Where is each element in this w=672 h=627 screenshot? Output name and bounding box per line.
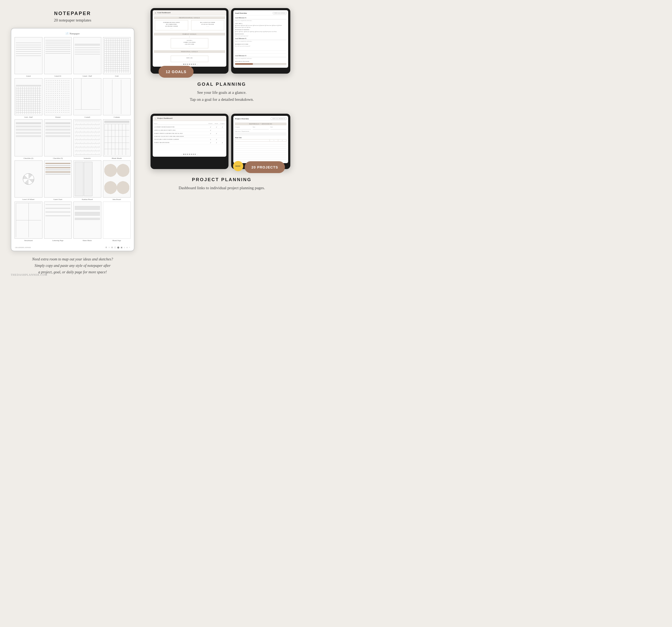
project-dash-title: Project Dashboard xyxy=(157,117,172,119)
thumb-lined-half xyxy=(73,37,101,74)
projects-badge: 20 PROJECTS xyxy=(245,161,285,173)
icon-settings: ⚙ xyxy=(105,246,107,248)
label-lined-half: Lined - Half xyxy=(82,75,92,77)
view-all-projects-btn[interactable]: VIEW ALL PROJECTS xyxy=(271,117,287,120)
progress-label: PROGRESS TRACKER xyxy=(235,61,287,62)
progress-bar-fill xyxy=(235,63,253,65)
right-column: ⊞ Goal Dashboard PROFESSIONAL GOALS FURT… xyxy=(150,8,293,202)
notepaper-item-sheet-music: Sheet Music xyxy=(73,201,101,242)
thumb-isometric xyxy=(73,119,101,156)
thumb-grid xyxy=(103,37,131,74)
proj-start: Start xyxy=(253,126,269,129)
radio-recreational: Recreational xyxy=(235,27,242,28)
radio-expertise: Help/Expertise from Others xyxy=(263,31,277,32)
goal-planning-section: ⊞ Goal Dashboard PROFESSIONAL GOALS FURT… xyxy=(150,8,293,103)
nav-dot-4 xyxy=(189,64,190,65)
progress-section: PROGRESS TRACKER xyxy=(235,61,287,66)
project-overview-title: Project Overview xyxy=(235,118,249,120)
desired-outcome-section: DESIRED OUTCOME How will success be meas… xyxy=(235,44,287,54)
notepaper-item-wheel: Level 10 Wheel xyxy=(15,161,43,200)
nav-dot-6 xyxy=(193,64,194,65)
motivation-question: Why is this goal important? xyxy=(235,35,287,37)
goal-dashboard-tablet: ⊞ Goal Dashboard PROFESSIONAL GOALS FURT… xyxy=(150,8,229,74)
notepaper-item-gantt: Gantt Chart xyxy=(44,161,72,200)
label-column: Column xyxy=(114,116,120,118)
notepaper-grid-row-5: Storyboard Lettering Page Sheet Music Bl… xyxy=(15,201,130,242)
proj-check-6-started: ✓ xyxy=(214,142,219,144)
label-blank: Blank Page xyxy=(112,239,121,242)
thumb-kanban xyxy=(73,161,101,197)
notepaper-grid-row-4: Level 10 Wheel Gantt Chart Kanban Board … xyxy=(15,161,130,200)
proj-check-6-planned: ✓ xyxy=(208,142,213,144)
goal-overview-content: Goal Overview VIEW ALL GOALS Goal Milest… xyxy=(233,10,288,68)
proj-objectives: Objectives / Requirements xyxy=(235,130,287,135)
goal-section-personal: PERSONAL GOALS xyxy=(154,50,225,53)
thumb-grid-half xyxy=(15,78,43,115)
notepaper-grid-row-2: Grid - Half Dotted Cornell Column xyxy=(15,78,130,118)
goal-section-professional: PROFESSIONAL GOALS xyxy=(154,17,225,19)
col-started: Started xyxy=(214,123,219,124)
goal-dash-title: Goal Dashboard xyxy=(157,11,170,14)
view-all-goals-btn[interactable]: VIEW ALL GOALS xyxy=(273,12,287,14)
motivation-label: MOTIVATION xyxy=(235,33,287,35)
goal-milestone-1: Goal Milestone #1 Steps to accomplish th… xyxy=(235,17,287,21)
goal-text-1: FURTHER MY EDUCATIONBY COMPLETINGAN ONLI… xyxy=(156,22,187,27)
life-area-options: Financial Mental Professional Emotional … xyxy=(235,25,287,28)
milestone-3-title: Goal Milestone #3 xyxy=(235,55,287,56)
label-idea-board: Idea Board xyxy=(113,198,121,200)
goal-planning-desc: See your life goals at a glance. Tap on … xyxy=(150,89,293,103)
thumb-blank-month xyxy=(103,119,131,156)
project-row-6: FAMILY RECIPE BOOK ✓ ✓ ✓ xyxy=(154,141,225,144)
col-project: Project xyxy=(154,123,207,124)
progress-bar-container xyxy=(235,63,287,65)
notepaper-item-storyboard: Storyboard xyxy=(15,201,43,242)
label-checklist2: Checklist (2) xyxy=(24,157,33,160)
materials-section-header: MATERIALS + RESOURCES xyxy=(235,123,287,125)
milestone-2-title: Goal Milestone #2 xyxy=(235,38,287,39)
radio-health: Health xyxy=(278,25,282,26)
thumb-lined2 xyxy=(44,37,72,74)
radio-energy: Energy xyxy=(250,31,255,32)
proj-nav-dot-1 xyxy=(183,154,185,155)
radio-physical: Physical xyxy=(272,25,277,26)
main-task-label: Main Task xyxy=(235,137,287,138)
proj-check-5-started: ✓ xyxy=(214,138,219,140)
label-kanban: Kanban Board xyxy=(82,198,93,200)
notepaper-item-lettering: Lettering Page xyxy=(44,201,72,242)
proj-check-1-started: ✓ xyxy=(214,126,219,128)
thumb-gantt xyxy=(44,161,72,197)
project-overview-header: Project Overview VIEW ALL PROJECTS xyxy=(235,117,287,121)
goal-milestone-3: Goal Milestone #3 Steps to accomplish th… xyxy=(235,55,287,59)
col-planned: Planned xyxy=(208,123,213,124)
project-dashboard-tablet: △ Project Dashboard Project Planned Star… xyxy=(150,114,229,169)
proj-nav-dot-3 xyxy=(187,154,188,155)
proj-name-3: FAMILY PHOTO ALBUMS FOR 2022 & 2023 xyxy=(154,133,207,134)
proj-check-1-complete: ✓ xyxy=(220,126,225,128)
proj-nav-dot-4 xyxy=(189,154,190,155)
goal-dash-header: ⊞ Goal Dashboard xyxy=(153,10,226,15)
proj-nav-dot-6 xyxy=(193,154,194,155)
project-dash-header: △ Project Dashboard xyxy=(153,116,226,121)
icon-text: A xyxy=(126,246,128,248)
notepaper-item-blank-month: Blank Month xyxy=(103,119,131,160)
notepaper-title: NOTEPAPER xyxy=(11,11,135,17)
notepaper-item-checklist2: Checklist (2) xyxy=(15,119,43,160)
notepaper-item-checklist5: Checklist (5) xyxy=(44,119,72,160)
project-dash-content: Project Planned Started Complete LAUNDRY… xyxy=(153,121,226,152)
nav-dot-2 xyxy=(185,64,186,65)
thumb-wheel xyxy=(15,161,43,197)
goal-overview-title: Goal Overview xyxy=(235,12,247,14)
goal-overview-tablet: Goal Overview VIEW ALL GOALS Goal Milest… xyxy=(231,8,290,74)
notepaper-item-kanban: Kanban Board xyxy=(73,161,101,200)
thumb-checklist2 xyxy=(15,119,43,156)
notepaper-item-grid: Grid xyxy=(103,37,131,77)
label-cornell: Cornell xyxy=(85,116,90,118)
nav-dot-7 xyxy=(195,64,196,65)
goal-card-2: BE A GUEST LECTURERAT LOCAL COLLEGE + + … xyxy=(191,20,224,30)
tablet-header: 📄 Notepaper xyxy=(15,32,130,35)
label-blank-month: Blank Month xyxy=(112,157,122,160)
motivation-section: MOTIVATION Why is this goal important? xyxy=(235,33,287,37)
label-grid-half: Grid - Half xyxy=(24,116,32,118)
desired-outcome-label: DESIRED OUTCOME xyxy=(235,44,287,45)
goal-planning-title: GOAL PLANNING xyxy=(150,82,293,87)
